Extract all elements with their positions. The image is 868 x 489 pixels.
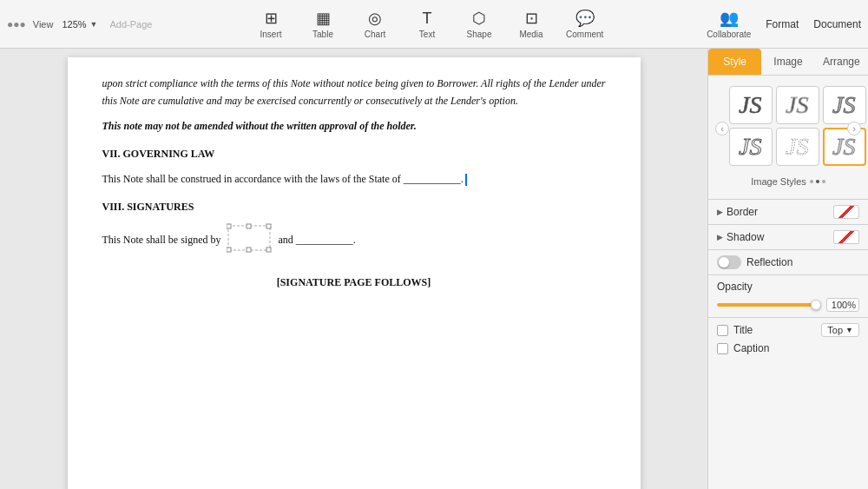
tab-image-label: Image xyxy=(773,56,802,68)
toolbar-document[interactable]: Document xyxy=(813,18,861,30)
styles-grid: JS JS JS xyxy=(729,86,847,166)
svg-text:JS: JS xyxy=(739,91,761,118)
shape-icon: ⬡ xyxy=(472,9,486,28)
collaborate-label: Collaborate xyxy=(707,30,751,39)
shadow-chevron-icon[interactable]: ▶ xyxy=(717,233,723,241)
image-styles-text: Image Styles xyxy=(751,176,806,187)
title-label: Title xyxy=(733,324,753,336)
media-icon: ⊡ xyxy=(525,9,538,28)
tab-arrange-label: Arrange xyxy=(823,56,860,68)
svg-text:JS: JS xyxy=(786,133,808,160)
comment-icon: 💬 xyxy=(575,9,595,28)
svg-rect-2 xyxy=(247,224,251,228)
document-scroll: upon strict compliance with the terms of… xyxy=(68,57,641,489)
style-item-1[interactable]: JS xyxy=(729,86,773,124)
styles-nav-container: ‹ JS JS xyxy=(715,83,861,175)
tab-style[interactable]: Style xyxy=(708,49,761,75)
shape-label: Shape xyxy=(467,30,492,39)
style-item-5[interactable]: JS xyxy=(776,128,819,166)
sidebar: Style Image Arrange ‹ JS xyxy=(707,49,868,489)
sidebar-tabs: Style Image Arrange xyxy=(708,49,868,76)
style-svg-6: JS xyxy=(829,132,860,162)
paragraph-1: upon strict compliance with the terms of… xyxy=(102,75,606,110)
svg-text:JS: JS xyxy=(739,133,761,160)
opacity-label-row: Opacity xyxy=(717,281,859,293)
style-item-4[interactable]: JS xyxy=(729,128,773,166)
toolbar-chart[interactable]: ◎ Chart xyxy=(358,9,392,39)
style-item-3[interactable]: JS xyxy=(823,86,866,124)
section7-text: This Note shall be construed in accordan… xyxy=(102,170,606,188)
paragraph-2: This note may not be amended without the… xyxy=(102,117,606,135)
toolbar-center: ⊞ Insert ▦ Table ◎ Chart T Text ⬡ Shape … xyxy=(152,9,705,39)
image-styles-section: ‹ JS JS xyxy=(708,76,868,199)
text-cursor xyxy=(465,174,467,186)
insert-label: Insert xyxy=(260,30,282,39)
title-checkbox-row: Title xyxy=(717,324,753,336)
toolbar: ●●● View 125% ▼ Add-Page ⊞ Insert ▦ Tabl… xyxy=(0,0,868,49)
styles-prev-button[interactable]: ‹ xyxy=(715,122,729,135)
border-chevron-icon[interactable]: ▶ xyxy=(717,208,723,216)
opacity-row: 100% xyxy=(717,298,859,312)
toolbar-comment[interactable]: 💬 Comment xyxy=(566,9,603,39)
section8-text: This Note shall be signed by xyxy=(102,222,606,259)
comment-label: Comment xyxy=(566,30,603,39)
caption-checkbox-row: Caption xyxy=(717,342,859,354)
border-color-swatch[interactable] xyxy=(833,205,859,219)
style-svg-2: JS xyxy=(782,90,813,120)
title-position-dropdown[interactable]: Top ▼ xyxy=(821,323,859,337)
style-svg-3: JS xyxy=(829,90,860,120)
style-item-2[interactable]: JS xyxy=(776,86,819,124)
section8-line: ___________. xyxy=(296,234,356,246)
document-area: upon strict compliance with the terms of… xyxy=(0,49,707,489)
media-label: Media xyxy=(519,30,542,39)
toolbar-format[interactable]: Format xyxy=(765,18,799,30)
toggle-knob xyxy=(719,257,729,268)
toolbar-text[interactable]: T Text xyxy=(410,10,444,39)
reflection-label: Reflection xyxy=(746,256,859,268)
caption-checkbox[interactable] xyxy=(717,343,728,354)
reflection-toggle[interactable] xyxy=(717,255,741,269)
para1-text: upon strict compliance with the terms of… xyxy=(102,77,606,107)
add-page-label[interactable]: Add-Page xyxy=(109,19,152,30)
section8-and: and xyxy=(278,234,293,246)
chart-label: Chart xyxy=(365,30,385,39)
signature-svg xyxy=(227,222,272,254)
zoom-chevron-icon[interactable]: ▼ xyxy=(90,20,98,29)
para2-text: This note may not be amended without the… xyxy=(102,120,417,132)
table-label: Table xyxy=(312,30,333,39)
toolbar-insert[interactable]: ⊞ Insert xyxy=(253,9,288,39)
image-styles-label: Image Styles xyxy=(715,176,861,187)
toolbar-collaborate[interactable]: 👥 Collaborate xyxy=(707,9,751,39)
dot-3 xyxy=(822,180,825,183)
signature-placeholder[interactable] xyxy=(227,222,272,259)
title-position-value: Top xyxy=(827,325,843,335)
opacity-section: Opacity 100% xyxy=(708,274,868,317)
reflection-section: Reflection xyxy=(708,249,868,274)
zoom-value[interactable]: 125% xyxy=(62,19,86,30)
border-section: ▶ Border xyxy=(708,199,868,224)
styles-next-button[interactable]: › xyxy=(847,122,861,135)
toolbar-table[interactable]: ▦ Table xyxy=(306,9,340,39)
shadow-color-swatch[interactable] xyxy=(833,230,859,244)
opacity-slider[interactable] xyxy=(717,303,821,307)
table-icon: ▦ xyxy=(316,9,331,28)
style-svg-5: JS xyxy=(782,132,813,162)
svg-text:JS: JS xyxy=(786,91,808,118)
svg-rect-3 xyxy=(266,224,271,228)
document-label: Document xyxy=(813,18,861,30)
format-label: Format xyxy=(766,18,799,30)
view-label[interactable]: View xyxy=(33,19,54,30)
tab-image[interactable]: Image xyxy=(761,49,814,75)
border-text: Border xyxy=(727,206,758,218)
svg-rect-5 xyxy=(247,248,251,252)
title-checkbox[interactable] xyxy=(717,325,728,336)
toolbar-shape[interactable]: ⬡ Shape xyxy=(462,9,496,39)
tab-arrange[interactable]: Arrange xyxy=(815,49,868,75)
document-text: upon strict compliance with the terms of… xyxy=(102,75,606,291)
style-item-6[interactable]: JS xyxy=(823,128,866,166)
close-icon[interactable]: ●●● xyxy=(7,18,26,30)
border-row: ▶ Border xyxy=(717,205,859,219)
text-icon: T xyxy=(423,10,432,28)
collaborate-icon: 👥 xyxy=(720,9,739,28)
toolbar-media[interactable]: ⊡ Media xyxy=(514,9,549,39)
